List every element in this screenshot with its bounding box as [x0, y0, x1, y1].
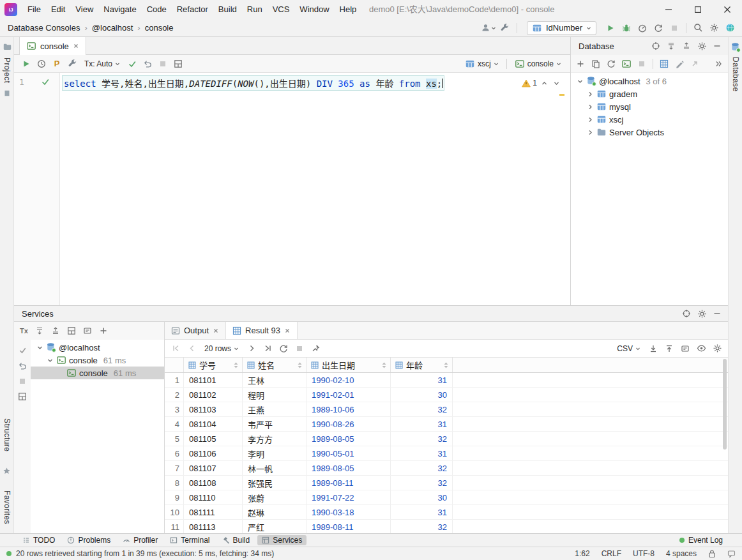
- table-cell[interactable]: 赵琳: [243, 505, 307, 519]
- column-header-item[interactable]: 姓名: [243, 358, 307, 372]
- table-cell[interactable]: 30: [391, 490, 453, 504]
- row-number-cell[interactable]: 7: [165, 461, 184, 475]
- indent-widget[interactable]: 4 spaces: [666, 549, 697, 558]
- table-cell[interactable]: 081106: [184, 446, 243, 460]
- table-cell[interactable]: 32: [391, 402, 453, 416]
- first-page-icon[interactable]: [169, 342, 183, 356]
- readonly-lock-icon[interactable]: [708, 549, 716, 558]
- close-icon[interactable]: [73, 43, 79, 49]
- collapse-all-icon[interactable]: [679, 39, 693, 53]
- table-cell[interactable]: 31: [391, 417, 453, 431]
- previous-page-icon[interactable]: [185, 342, 199, 356]
- table-cell[interactable]: 32: [391, 432, 453, 446]
- table-row[interactable]: 7081107林一帆1989-08-0532: [165, 461, 728, 476]
- tree-item-xscj[interactable]: xscj: [571, 113, 728, 126]
- open-ddl-icon[interactable]: [688, 57, 702, 71]
- sort-icon[interactable]: [297, 361, 303, 369]
- chevron-right-icon[interactable]: [586, 103, 594, 110]
- table-row[interactable]: 10081111赵琳1990-03-1831: [165, 505, 728, 520]
- view-mode-icon[interactable]: [80, 324, 95, 338]
- favorites-icon[interactable]: [3, 467, 11, 475]
- table-cell[interactable]: 32: [391, 520, 453, 533]
- menu-view[interactable]: View: [70, 0, 98, 19]
- tab-result-93[interactable]: Result 93: [225, 322, 298, 339]
- console-settings-icon[interactable]: [65, 57, 79, 71]
- tab-output[interactable]: Output: [165, 322, 225, 339]
- rerun-button[interactable]: [651, 21, 665, 35]
- table-row[interactable]: 4081104韦严平1990-08-2631: [165, 417, 728, 432]
- table-cell[interactable]: 081108: [184, 476, 243, 490]
- table-row[interactable]: 11081113严红1989-08-1132: [165, 520, 728, 533]
- hide-services-icon[interactable]: [710, 306, 724, 321]
- table-cell[interactable]: 081111: [184, 505, 243, 519]
- tree-item-localhost[interactable]: @localhost3 of 6: [571, 75, 728, 87]
- jump-to-console-icon[interactable]: [619, 57, 633, 71]
- grid-settings-icon[interactable]: [710, 342, 724, 356]
- sort-icon[interactable]: [233, 361, 239, 369]
- table-cell[interactable]: 081101: [184, 373, 243, 387]
- row-number-cell[interactable]: 10: [165, 505, 184, 519]
- line-separator-widget[interactable]: CRLF: [602, 549, 621, 558]
- table-view-icon[interactable]: [657, 57, 671, 71]
- table-row[interactable]: 5081105李方方1989-08-0532: [165, 432, 728, 446]
- tree-item-console[interactable]: console61 ms: [31, 354, 164, 367]
- menu-window[interactable]: Window: [294, 0, 334, 19]
- setup-sdk-icon[interactable]: [498, 21, 512, 35]
- modify-object-icon[interactable]: [672, 57, 686, 71]
- toolwindow-button-profiler[interactable]: Profiler: [118, 535, 162, 545]
- statement-executed-icon[interactable]: [41, 77, 50, 86]
- table-cell[interactable]: 1991-07-22: [307, 490, 391, 504]
- column-header-item[interactable]: 年龄: [391, 358, 453, 372]
- close-icon[interactable]: [213, 328, 219, 334]
- debug-button[interactable]: [619, 21, 633, 35]
- breadcrumb-item-database-consoles[interactable]: Database Consoles: [8, 23, 80, 33]
- rollback-icon[interactable]: [18, 361, 27, 370]
- code-line[interactable]: select 学号,姓名,出生日期,DATEDIFF(NOW(),出生日期) D…: [63, 76, 444, 90]
- chevron-right-icon[interactable]: [586, 116, 594, 123]
- table-cell[interactable]: 韦严平: [243, 417, 307, 431]
- chevron-right-icon[interactable]: [586, 129, 594, 136]
- locate-service-icon[interactable]: [679, 306, 693, 321]
- row-number-cell[interactable]: 8: [165, 476, 184, 490]
- expand-all-icon[interactable]: [664, 39, 678, 53]
- profiler-button[interactable]: [635, 21, 649, 35]
- table-cell[interactable]: 081102: [184, 388, 243, 402]
- table-cell[interactable]: 30: [391, 388, 453, 402]
- row-number-cell[interactable]: 1: [165, 373, 184, 387]
- table-cell[interactable]: 32: [391, 461, 453, 475]
- menu-run[interactable]: Run: [242, 0, 268, 19]
- tree-item-gradem[interactable]: gradem: [571, 87, 728, 100]
- table-cell[interactable]: 1990-03-18: [307, 505, 391, 519]
- add-service-icon[interactable]: [96, 324, 110, 338]
- table-cell[interactable]: 程明: [243, 388, 307, 402]
- settings-icon[interactable]: [707, 21, 721, 35]
- stop-connection-icon[interactable]: [635, 57, 649, 71]
- table-row[interactable]: 2081102程明1991-02-0130: [165, 388, 728, 402]
- tab-console[interactable]: console: [19, 37, 86, 55]
- toolwindow-stripe-structure[interactable]: Structure: [3, 418, 11, 451]
- table-cell[interactable]: 严红: [243, 520, 307, 533]
- pin-tab-icon[interactable]: [308, 342, 322, 356]
- row-number-cell[interactable]: 9: [165, 490, 184, 504]
- chevron-down-icon[interactable]: [36, 344, 43, 351]
- menu-navigate[interactable]: Navigate: [98, 0, 141, 19]
- tree-item-server-objects[interactable]: Server Objects: [571, 126, 728, 139]
- toolwindow-button-todo[interactable]: TODO: [18, 535, 59, 545]
- row-number-cell[interactable]: 2: [165, 388, 184, 402]
- collapse-all-icon[interactable]: [49, 324, 63, 338]
- toolwindow-button-build[interactable]: Build: [218, 535, 255, 545]
- table-cell[interactable]: 081110: [184, 490, 243, 504]
- reload-page-icon[interactable]: [276, 342, 291, 356]
- table-cell[interactable]: 081103: [184, 402, 243, 416]
- close-button[interactable]: [713, 0, 742, 19]
- notifications-icon[interactable]: [727, 550, 736, 558]
- previous-warning-icon[interactable]: [539, 78, 549, 88]
- locate-object-icon[interactable]: [649, 39, 663, 53]
- search-everywhere-icon[interactable]: [691, 21, 705, 35]
- table-cell[interactable]: 1990-05-01: [307, 446, 391, 460]
- import-data-icon[interactable]: [662, 342, 676, 356]
- expand-all-icon[interactable]: [33, 324, 47, 338]
- gradle-sphere-icon[interactable]: [723, 21, 737, 35]
- table-cell[interactable]: 31: [391, 373, 453, 387]
- table-cell[interactable]: 1989-08-05: [307, 461, 391, 475]
